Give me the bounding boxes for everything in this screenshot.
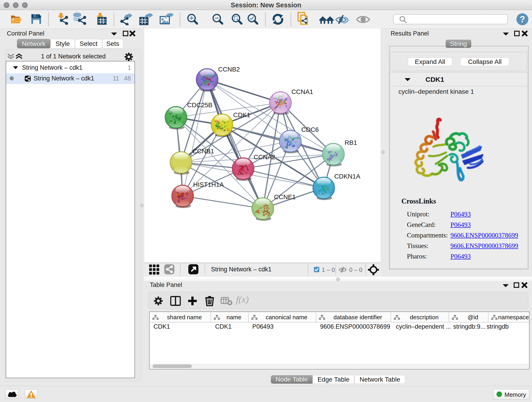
svg-text:RB1: RB1 <box>345 139 357 146</box>
svg-text:CDC6: CDC6 <box>301 126 319 133</box>
svg-text:CCNA2: CCNA2 <box>254 153 275 161</box>
svg-text:CDK1: CDK1 <box>233 111 250 119</box>
svg-text:CDC25B: CDC25B <box>187 102 212 109</box>
svg-text:CCNB2: CCNB2 <box>218 66 240 73</box>
svg-text:HIST1H1A: HIST1H1A <box>193 181 224 188</box>
svg-text:CCNB1: CCNB1 <box>192 148 214 155</box>
svg-text:CCNE1: CCNE1 <box>274 193 296 201</box>
svg-text:?: ? <box>520 14 525 24</box>
svg-text:CDKN1A: CDKN1A <box>334 173 360 180</box>
svg-text:CCNA1: CCNA1 <box>291 88 313 95</box>
